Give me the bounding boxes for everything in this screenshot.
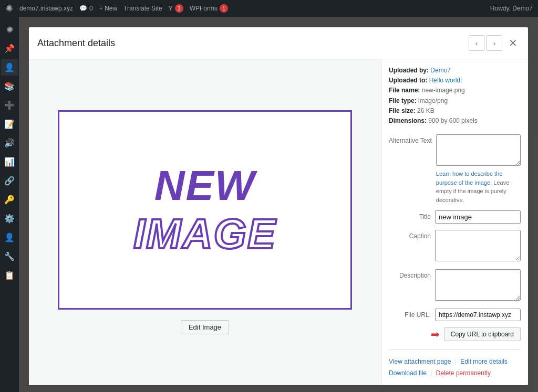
alt-text-input[interactable]	[436, 134, 521, 166]
title-row: Title	[389, 210, 521, 224]
edit-image-button[interactable]: Edit Image	[181, 320, 229, 334]
sidebar-plugins-icon[interactable]: 🔑	[1, 191, 18, 208]
chevron-left-icon: ‹	[475, 39, 478, 47]
uploaded-to-link[interactable]: Hello world!	[429, 77, 462, 84]
delete-permanently-link[interactable]: Delete permanently	[436, 369, 491, 377]
file-name-label: File name:	[389, 87, 420, 94]
yoast-label: Y	[169, 5, 173, 12]
file-type-label: File type:	[389, 97, 417, 104]
sidebar-library-icon[interactable]: 📚	[1, 78, 18, 94]
dimensions-label: Dimensions:	[389, 117, 427, 124]
sidebar-add-icon[interactable]: ➕	[1, 97, 18, 113]
uploaded-by-label: Uploaded by:	[389, 67, 429, 74]
sidebar-collapse-icon[interactable]: 📋	[1, 267, 18, 283]
view-attachment-link[interactable]: View attachment page	[389, 358, 451, 365]
sidebar-analytics-icon[interactable]: 📊	[1, 153, 18, 170]
modal-title: Attachment details	[37, 38, 467, 49]
edit-more-details-link[interactable]: Edit more details	[460, 358, 507, 365]
comments-icon: 💬	[79, 5, 87, 12]
file-type-value: image/png	[418, 97, 448, 104]
modal-header: Attachment details ‹ › ✕	[29, 27, 528, 59]
separator-1: |	[455, 358, 457, 365]
file-url-field-wrap	[435, 309, 521, 321]
sidebar-media-icon[interactable]: 👤	[1, 59, 18, 76]
admin-sidebar: ✺ 📌 👤 📚 ➕ 📝 🔊 📊 🔗 🔑 ⚙️ 👤 🔧 📋	[0, 17, 19, 392]
file-size-label: File size:	[389, 107, 416, 114]
image-text-new: NEW	[154, 162, 256, 210]
modal-body: NEW IMAGE Edit Image Uploaded by: Demo7	[29, 59, 528, 385]
wp-logo-icon[interactable]: ✺	[5, 3, 13, 14]
file-size-line: File size: 26 KB	[389, 106, 521, 116]
uploaded-by-line: Uploaded by: Demo7	[389, 66, 521, 76]
file-url-label: File URL:	[389, 309, 431, 319]
admin-bar-comments[interactable]: 💬 0	[79, 5, 93, 12]
admin-bar: ✺ demo7.instawp.xyz 💬 0 + New Translate …	[0, 0, 538, 17]
next-attachment-button[interactable]: ›	[487, 35, 502, 51]
file-url-input[interactable]	[435, 309, 521, 321]
caption-row: Caption	[389, 230, 521, 263]
uploaded-to-line: Uploaded to: Hello world!	[389, 76, 521, 86]
admin-bar-wpforms[interactable]: WPForms 1	[190, 4, 228, 13]
alt-text-hint: Learn how to describe the purpose of the…	[436, 169, 521, 204]
image-preview: NEW IMAGE	[58, 110, 352, 310]
alt-text-field-wrap: Learn how to describe the purpose of the…	[436, 134, 521, 204]
admin-bar-translate[interactable]: Translate Site	[123, 5, 162, 12]
separator-2: |	[430, 369, 432, 377]
modal-overlay: Attachment details ‹ › ✕	[19, 17, 538, 392]
main-content: Attachment details ‹ › ✕	[19, 17, 538, 392]
wpforms-label: WPForms	[190, 5, 218, 12]
chevron-right-icon: ›	[493, 39, 495, 47]
image-text-image: IMAGE	[133, 210, 276, 258]
sidebar-wp-icon[interactable]: ✺	[1, 21, 18, 38]
close-icon: ✕	[509, 37, 518, 49]
caption-field-wrap	[435, 230, 521, 263]
file-size-value: 26 KB	[417, 107, 434, 114]
admin-bar-site[interactable]: demo7.instawp.xyz	[19, 5, 73, 12]
description-field-wrap	[435, 269, 521, 302]
yoast-badge: 3	[175, 4, 183, 13]
admin-layout: ✺ 📌 👤 📚 ➕ 📝 🔊 📊 🔗 🔑 ⚙️ 👤 🔧 📋 Attachment …	[0, 17, 538, 392]
uploaded-by-link[interactable]: Demo7	[430, 67, 451, 74]
new-label: + New	[99, 5, 117, 12]
admin-bar-new[interactable]: + New	[99, 5, 117, 12]
description-label: Description	[389, 269, 431, 279]
file-name-value: new-image.png	[422, 87, 465, 94]
modal-close-button[interactable]: ✕	[506, 35, 520, 51]
sidebar-tools-icon[interactable]: 🔧	[1, 248, 18, 264]
attachment-links: View attachment page | Edit more details…	[389, 349, 521, 379]
dimensions-value: 900 by 600 pixels	[428, 117, 477, 124]
file-name-line: File name: new-image.png	[389, 86, 521, 96]
sidebar-settings-icon[interactable]: ⚙️	[1, 210, 18, 227]
download-file-link[interactable]: Download file	[389, 369, 427, 377]
wpforms-badge: 1	[220, 4, 228, 13]
sidebar-pin-icon[interactable]: 📌	[1, 40, 18, 57]
sidebar-users-icon[interactable]: 👤	[1, 229, 18, 246]
sidebar-links-icon[interactable]: 🔗	[1, 172, 18, 189]
caption-label: Caption	[389, 230, 431, 240]
copy-url-button[interactable]: Copy URL to clipboard	[444, 327, 521, 341]
description-input[interactable]	[435, 269, 521, 301]
arrow-icon: ➡	[431, 328, 440, 341]
description-row: Description	[389, 269, 521, 302]
comments-count: 0	[89, 5, 93, 12]
title-label: Title	[389, 210, 431, 220]
alt-text-label: Alternative Text	[389, 134, 432, 144]
copy-url-row: ➡ Copy URL to clipboard	[389, 327, 521, 341]
admin-bar-yoast[interactable]: Y 3	[169, 4, 183, 13]
file-url-row: File URL:	[389, 309, 521, 321]
file-type-line: File type: image/png	[389, 96, 521, 106]
translate-label: Translate Site	[123, 5, 162, 12]
alt-text-row: Alternative Text Learn how to describe t…	[389, 134, 521, 204]
title-field-wrap	[435, 210, 521, 224]
caption-input[interactable]	[435, 230, 521, 261]
site-name: demo7.instawp.xyz	[19, 5, 73, 12]
admin-bar-howdy: Howdy, Demo7	[490, 5, 533, 12]
prev-attachment-button[interactable]: ‹	[469, 35, 484, 51]
dimensions-line: Dimensions: 900 by 600 pixels	[389, 116, 521, 126]
image-panel: NEW IMAGE Edit Image	[29, 59, 381, 385]
title-input[interactable]	[435, 210, 521, 224]
sidebar-comments-icon[interactable]: 🔊	[1, 134, 18, 151]
uploaded-to-label: Uploaded to:	[389, 77, 427, 84]
sidebar-posts-icon[interactable]: 📝	[1, 115, 18, 132]
file-info: Uploaded by: Demo7 Uploaded to: Hello wo…	[389, 66, 521, 126]
